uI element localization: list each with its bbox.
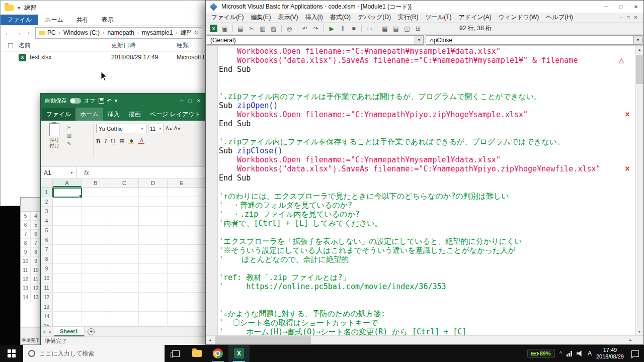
taskbar-search[interactable] xyxy=(23,345,165,362)
cell[interactable] xyxy=(139,274,168,283)
row-header-3[interactable]: 3 xyxy=(41,207,53,216)
object-browser-icon[interactable]: ◫ xyxy=(402,24,412,34)
object-combo[interactable]: (General) ▼ xyxy=(207,35,424,45)
cell[interactable] xyxy=(110,188,139,197)
cell[interactable] xyxy=(82,254,110,264)
breadcrumb-item[interactable]: 練習 xyxy=(181,29,191,37)
add-sheet-button[interactable]: + xyxy=(88,328,95,335)
view-excel-icon[interactable]: X xyxy=(210,25,217,32)
cell[interactable] xyxy=(110,302,139,312)
taskbar-chrome-button[interactable] xyxy=(207,345,228,362)
battery-indicator[interactable]: 89% xyxy=(527,349,555,358)
address-bar[interactable]: PC›Windows (C:)›namepath›mysample1›練習 ↻ xyxy=(35,27,202,39)
cell[interactable] xyxy=(53,226,82,235)
row-header-12[interactable]: 12 xyxy=(41,293,53,302)
cell[interactable] xyxy=(196,283,205,293)
cell[interactable] xyxy=(196,216,205,226)
cell[interactable] xyxy=(53,197,82,207)
cell[interactable] xyxy=(168,226,196,235)
cell[interactable] xyxy=(110,235,139,245)
cell[interactable] xyxy=(82,235,110,245)
child-close-button[interactable]: ✕ xyxy=(633,15,637,20)
select-all-checkbox[interactable] xyxy=(8,43,13,48)
excel-tab-4[interactable]: ページ レイアウト xyxy=(145,108,205,121)
cell[interactable] xyxy=(110,216,139,226)
cell[interactable] xyxy=(196,302,205,312)
sheet-prev-icon[interactable]: ◂ xyxy=(41,327,47,336)
shrink-font-button[interactable]: A▾ xyxy=(174,126,181,131)
row-header-6[interactable]: 6 xyxy=(41,235,53,245)
explorer-ribbon-tab[interactable]: 表示 xyxy=(95,15,120,25)
formula-input[interactable] xyxy=(96,167,205,178)
cell[interactable] xyxy=(53,207,82,216)
cell[interactable] xyxy=(168,245,196,254)
tray-overflow-chevron[interactable]: ^ xyxy=(559,350,562,356)
row-header-2[interactable]: 2 xyxy=(41,197,53,207)
cell[interactable] xyxy=(53,245,82,254)
scroll-left-icon[interactable]: ◄ xyxy=(206,336,214,344)
cell[interactable] xyxy=(168,216,196,226)
cell[interactable] xyxy=(139,197,168,207)
cell[interactable] xyxy=(82,312,110,321)
cell[interactable] xyxy=(168,264,196,274)
search-input[interactable] xyxy=(39,350,150,357)
cell[interactable] xyxy=(110,226,139,235)
cell[interactable] xyxy=(53,312,82,321)
bold-button[interactable]: B xyxy=(96,137,101,145)
cell[interactable] xyxy=(53,254,82,264)
scroll-up-icon[interactable]: ▲ xyxy=(635,46,643,53)
cell[interactable] xyxy=(139,283,168,293)
breadcrumb-item[interactable]: PC xyxy=(47,29,56,36)
redo-icon[interactable]: ↷ xyxy=(311,24,321,34)
cell[interactable] xyxy=(196,254,205,264)
name-box[interactable]: A1 ▼ xyxy=(41,167,77,178)
network-icon[interactable] xyxy=(567,351,572,356)
breadcrumb-item[interactable]: namepath xyxy=(107,29,134,36)
insert-userform-icon[interactable]: ▣ xyxy=(220,24,230,34)
task-view-button[interactable] xyxy=(165,345,186,362)
vba-menu-item[interactable]: ヘルプ(H) xyxy=(542,13,577,22)
cell[interactable] xyxy=(196,197,205,207)
vba-titlebar[interactable]: Microsoft Visual Basic for Applications … xyxy=(206,1,643,13)
vba-menu-item[interactable]: ウィンドウ(W) xyxy=(495,13,543,22)
cell[interactable] xyxy=(168,293,196,302)
cell[interactable] xyxy=(168,254,196,264)
minimize-button[interactable]: ─ xyxy=(180,98,183,104)
cell[interactable] xyxy=(82,321,110,326)
sheet-tab-sheet1[interactable]: Sheet1 xyxy=(54,327,85,336)
refresh-icon[interactable]: ↻ xyxy=(194,29,199,36)
cell[interactable] xyxy=(82,207,110,216)
insert-function-button[interactable]: fx xyxy=(77,167,96,178)
font-name-select[interactable]: Yu Gothic ▼ xyxy=(96,124,146,133)
chevron-down-icon[interactable]: ▼ xyxy=(415,36,423,44)
close-button[interactable]: ✕ xyxy=(628,1,643,13)
column-header-B[interactable]: B xyxy=(82,179,110,187)
vba-menu-item[interactable]: デバッグ(D) xyxy=(354,13,394,22)
explorer-titlebar[interactable]: ▾ 練習 xyxy=(1,1,205,15)
row-header-7[interactable]: 7 xyxy=(41,245,53,254)
select-all-corner[interactable] xyxy=(41,179,53,187)
cell[interactable] xyxy=(196,321,205,326)
excel-back-window[interactable]: 54657687981091110121113121413 準備完了 xyxy=(20,197,41,345)
vba-menu-item[interactable]: 実行(R) xyxy=(394,13,422,22)
cell[interactable] xyxy=(82,293,110,302)
undo-icon[interactable]: ↶ xyxy=(300,24,310,34)
cell[interactable] xyxy=(110,293,139,302)
child-minimize-button[interactable]: ─ xyxy=(620,15,623,20)
breadcrumb-item[interactable]: Windows (C:) xyxy=(63,29,100,36)
cell[interactable] xyxy=(139,254,168,264)
cell[interactable] xyxy=(196,274,205,283)
back-icon[interactable]: ← xyxy=(4,29,12,37)
column-header-D[interactable]: D xyxy=(139,179,168,187)
taskbar-explorer-button[interactable] xyxy=(186,345,207,362)
cell[interactable] xyxy=(53,293,82,302)
row-header-4[interactable]: 4 xyxy=(41,216,53,226)
italic-button[interactable]: I xyxy=(105,137,107,145)
file-list[interactable]: Xtest.xlsx2018/08/29 17:49Microsoft Exce… xyxy=(1,52,205,63)
cell[interactable] xyxy=(168,312,196,321)
minimize-button[interactable]: ─ xyxy=(598,1,613,13)
cell[interactable] xyxy=(139,188,168,197)
find-icon[interactable]: ◎ xyxy=(284,24,294,34)
cell[interactable] xyxy=(168,283,196,293)
cell[interactable] xyxy=(196,188,205,197)
